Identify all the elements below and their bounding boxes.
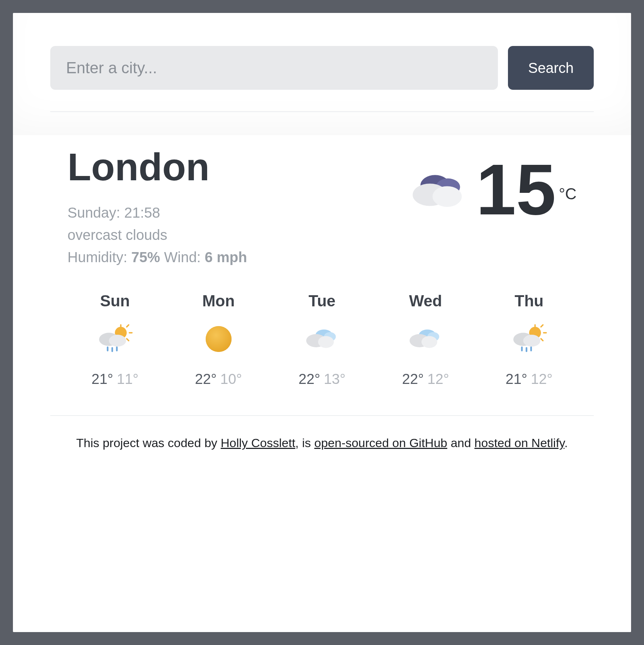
forecast-temps: 21°11° (63, 371, 167, 387)
search-button[interactable]: Search (508, 46, 594, 90)
current-temp: 15 (476, 161, 556, 218)
author-link[interactable]: Holly Cosslett (221, 436, 295, 450)
overcast-icon (409, 168, 466, 211)
forecast-hi: 22° (195, 371, 217, 387)
forecast-hi: 21° (505, 371, 527, 387)
forecast-lo: 12° (427, 371, 449, 387)
forecast-day: Sun 21°11° (63, 292, 167, 387)
forecast-day: Wed 22°12° (374, 292, 477, 387)
forecast-temps: 22°13° (270, 371, 374, 387)
current-weather: London Sunday: 21:58 overcast clouds Hum… (50, 147, 594, 281)
weather-card: Search London Sunday: 21:58 overcast clo… (13, 13, 631, 632)
current-description: overcast clouds (67, 224, 247, 246)
forecast-temps: 22°12° (374, 371, 477, 387)
cloudy-icon (406, 323, 445, 355)
temp-unit: °C (559, 185, 577, 203)
forecast-lo: 11° (117, 371, 139, 387)
forecast-lo: 13° (324, 371, 346, 387)
forecast-day-label: Wed (374, 292, 477, 310)
rain-sun-icon (95, 323, 135, 355)
footer: This project was coded by Holly Cosslett… (50, 433, 594, 450)
forecast-temps: 21°12° (477, 371, 581, 387)
forecast-hi: 21° (92, 371, 113, 387)
current-right: 15 °C (409, 161, 577, 218)
footer-text: This project was coded by (76, 436, 221, 450)
wind-value: 6 mph (205, 249, 247, 265)
forecast-hi: 22° (299, 371, 321, 387)
forecast-day: Thu 21°12° (477, 292, 581, 387)
forecast-hi: 22° (402, 371, 424, 387)
search-row: Search (50, 46, 594, 90)
humidity-label: Humidity: (67, 249, 131, 265)
current-datetime: Sunday: 21:58 (67, 201, 247, 224)
forecast-lo: 10° (220, 371, 242, 387)
city-search-input[interactable] (50, 46, 498, 90)
forecast-day-label: Thu (477, 292, 581, 310)
footer-text: and (447, 436, 475, 450)
netlify-link[interactable]: hosted on Netlify (475, 436, 565, 450)
forecast-lo: 12° (531, 371, 553, 387)
wind-label: Wind: (160, 249, 205, 265)
current-left: London Sunday: 21:58 overcast clouds Hum… (67, 147, 247, 268)
forecast-day: Mon 22°10° (167, 292, 270, 387)
humidity-value: 75% (131, 249, 160, 265)
city-name: London (67, 147, 247, 187)
forecast-day-label: Sun (63, 292, 167, 310)
footer-text: , is (295, 436, 314, 450)
forecast-day-label: Mon (167, 292, 270, 310)
sunny-icon (199, 323, 238, 355)
github-link[interactable]: open-sourced on GitHub (314, 436, 447, 450)
current-stats: Humidity: 75% Wind: 6 mph (67, 246, 247, 268)
rain-sun-icon (509, 323, 549, 355)
cloudy-icon (302, 323, 342, 355)
forecast-day-label: Tue (270, 292, 374, 310)
forecast-row: Sun 21°11° Mon 22°10° Tue 22°13° (50, 281, 594, 398)
divider (50, 111, 594, 112)
footer-text: . (564, 436, 568, 450)
divider (50, 415, 594, 416)
forecast-day: Tue 22°13° (270, 292, 374, 387)
forecast-temps: 22°10° (167, 371, 270, 387)
